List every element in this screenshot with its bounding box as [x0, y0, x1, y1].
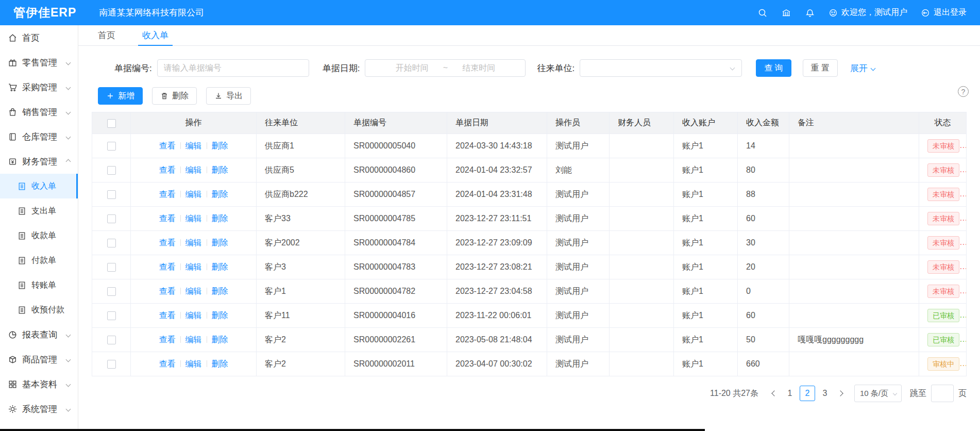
view-link[interactable]: 查看 — [159, 335, 176, 344]
basic-icon — [8, 379, 18, 389]
view-link[interactable]: 查看 — [159, 141, 176, 150]
edit-link[interactable]: 编辑 — [185, 287, 202, 295]
view-link[interactable]: 查看 — [159, 214, 176, 223]
sidebar-item[interactable]: 收入单 — [0, 174, 78, 198]
jump-page-input[interactable] — [931, 385, 954, 402]
sidebar-item[interactable]: 商品管理 — [0, 347, 78, 372]
edit-link[interactable]: 编辑 — [185, 190, 202, 198]
status-badge: 未审核 — [927, 163, 959, 177]
page-number[interactable]: 2 — [800, 386, 815, 401]
sidebar-item[interactable]: 基本资料 — [0, 372, 78, 396]
bill-no-input[interactable] — [157, 59, 309, 77]
delete-link[interactable]: 删除 — [212, 311, 228, 320]
view-link[interactable]: 查看 — [159, 190, 176, 198]
partner-select[interactable] — [580, 59, 742, 77]
add-button[interactable]: 新增 — [98, 87, 143, 105]
row-checkbox[interactable] — [107, 287, 116, 296]
link-divider — [180, 142, 181, 149]
view-link[interactable]: 查看 — [159, 311, 176, 320]
sidebar-item[interactable]: 转账单 — [0, 273, 78, 297]
sidebar-item-label: 商品管理 — [22, 354, 57, 366]
export-button[interactable]: 导出 — [206, 87, 251, 105]
welcome-user[interactable]: 欢迎您，测试用户 — [829, 7, 907, 18]
jump-label: 跳至 — [910, 388, 926, 399]
edit-link[interactable]: 编辑 — [185, 141, 202, 150]
sidebar-item[interactable]: 财务管理 — [0, 149, 78, 174]
sidebar-item[interactable]: 首页 — [0, 25, 78, 50]
status-badge: 未审核 — [927, 236, 959, 250]
row-checkbox[interactable] — [107, 190, 116, 199]
row-checkbox[interactable] — [107, 239, 116, 247]
delete-link[interactable]: 删除 — [212, 287, 228, 295]
edit-link[interactable]: 编辑 — [185, 165, 202, 174]
sidebar: 首页 零售管理 采购管理 销售管理 仓库 — [0, 25, 78, 431]
delete-link[interactable]: 删除 — [212, 165, 228, 174]
tab[interactable]: 首页 — [94, 25, 120, 46]
prev-page-button[interactable] — [767, 386, 782, 401]
cell-date: 2023-05-08 21:48:04 — [447, 328, 547, 352]
sidebar-item-label: 收款单 — [31, 230, 56, 241]
cell-date: 2024-01-04 23:32:57 — [447, 158, 547, 183]
sidebar-item-label: 零售管理 — [22, 57, 57, 69]
delete-link[interactable]: 删除 — [212, 359, 228, 368]
view-link[interactable]: 查看 — [159, 165, 176, 174]
cell-finance — [610, 134, 674, 158]
tab[interactable]: 收入单 — [138, 25, 173, 46]
row-checkbox[interactable] — [107, 360, 116, 369]
expand-link[interactable]: 展开 — [850, 62, 875, 74]
row-checkbox[interactable] — [107, 166, 116, 175]
search-button[interactable]: 查 询 — [756, 59, 791, 77]
delete-link[interactable]: 删除 — [212, 262, 228, 271]
cell-bill-no: SR00000004782 — [345, 279, 447, 304]
view-link[interactable]: 查看 — [159, 238, 176, 247]
sidebar-item[interactable]: 销售管理 — [0, 100, 78, 124]
sidebar-item-label: 基本资料 — [22, 378, 57, 390]
bill-no-label: 单据编号: — [114, 62, 152, 74]
edit-link[interactable]: 编辑 — [185, 359, 202, 368]
reset-button[interactable]: 重 置 — [803, 59, 838, 77]
bank-icon[interactable] — [781, 8, 791, 18]
row-checkbox[interactable] — [107, 311, 116, 320]
view-link[interactable]: 查看 — [159, 262, 176, 271]
row-checkbox[interactable] — [107, 214, 116, 223]
bell-icon[interactable] — [805, 8, 815, 18]
cell-account: 账户1 — [674, 328, 738, 352]
sidebar-item[interactable]: 系统管理 — [0, 396, 78, 421]
help-icon[interactable] — [958, 86, 969, 97]
edit-link[interactable]: 编辑 — [185, 238, 202, 247]
select-all-checkbox[interactable] — [107, 119, 116, 128]
retail-icon — [8, 58, 18, 68]
delete-link[interactable]: 删除 — [212, 238, 228, 247]
delete-link[interactable]: 删除 — [212, 141, 228, 150]
sidebar-item[interactable]: 支出单 — [0, 198, 78, 223]
sidebar-item[interactable]: 收款单 — [0, 223, 78, 248]
delete-link[interactable]: 删除 — [212, 190, 228, 198]
sidebar-item[interactable]: 采购管理 — [0, 75, 78, 100]
edit-link[interactable]: 编辑 — [185, 311, 202, 320]
sidebar-item[interactable]: 报表查询 — [0, 322, 78, 347]
page-number[interactable]: 3 — [817, 386, 833, 401]
sidebar-item[interactable]: 零售管理 — [0, 50, 78, 75]
delete-link[interactable]: 删除 — [212, 214, 228, 223]
cell-remark — [789, 352, 919, 376]
row-checkbox[interactable] — [107, 336, 116, 344]
edit-link[interactable]: 编辑 — [185, 335, 202, 344]
edit-link[interactable]: 编辑 — [185, 214, 202, 223]
view-link[interactable]: 查看 — [159, 287, 176, 295]
view-link[interactable]: 查看 — [159, 359, 176, 368]
sidebar-item[interactable]: 收预付款 — [0, 297, 78, 322]
row-checkbox[interactable] — [107, 263, 116, 272]
sidebar-item[interactable]: 仓库管理 — [0, 124, 78, 149]
delete-link[interactable]: 删除 — [212, 335, 228, 344]
page-number[interactable]: 1 — [782, 386, 798, 401]
sidebar-item[interactable]: 付款单 — [0, 248, 78, 273]
delete-button[interactable]: 删除 — [152, 87, 197, 105]
edit-link[interactable]: 编辑 — [185, 262, 202, 271]
search-icon[interactable] — [757, 8, 768, 18]
logout-button[interactable]: 退出登录 — [921, 7, 967, 18]
main-content: 首页 收入单 单据编号: 单据日期: 开始时间 ~ 结束时间 往来单位: 查 询… — [78, 25, 980, 431]
row-checkbox[interactable] — [107, 142, 116, 151]
page-size-select[interactable]: 10 条/页 — [854, 385, 902, 402]
next-page-button[interactable] — [833, 386, 848, 401]
date-range-picker[interactable]: 开始时间 ~ 结束时间 — [365, 59, 526, 77]
